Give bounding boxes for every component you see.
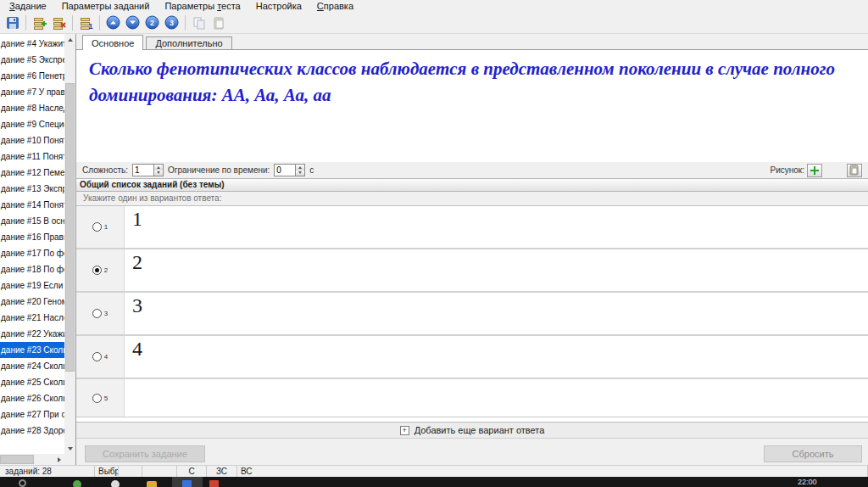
menu-item[interactable]: Параметры теста bbox=[157, 1, 248, 12]
delete-question-icon[interactable] bbox=[49, 13, 69, 32]
scrollbar-thumb[interactable] bbox=[0, 455, 34, 464]
list-item[interactable]: дание #25 Скольк bbox=[0, 374, 64, 390]
list-item[interactable]: дание #10 Понятие bbox=[0, 132, 64, 148]
answer-radio[interactable] bbox=[92, 309, 102, 318]
answer-row: 3 3 bbox=[76, 293, 868, 336]
spinner-buttons[interactable] bbox=[295, 165, 304, 176]
tab[interactable]: Дополнительно bbox=[146, 36, 231, 49]
list-item[interactable]: дание #12 Пементр bbox=[0, 165, 64, 181]
move-down-icon[interactable] bbox=[123, 13, 142, 32]
search-icon[interactable] bbox=[19, 479, 26, 487]
answer-radio[interactable] bbox=[92, 222, 102, 232]
reset-button[interactable]: Сбросить bbox=[764, 445, 862, 462]
scroll-down-icon[interactable] bbox=[64, 443, 75, 454]
svg-text:2: 2 bbox=[150, 19, 154, 27]
status-cell: заданий: 28 bbox=[0, 466, 95, 477]
status-cell: ЗС bbox=[207, 466, 237, 477]
list-item[interactable]: дание #16 Правил bbox=[0, 229, 64, 245]
list-item[interactable]: дание #24 Скольк bbox=[0, 358, 64, 374]
paste-picture-icon[interactable] bbox=[847, 164, 862, 177]
difficulty-spinner[interactable]: 1 bbox=[132, 164, 164, 176]
answer-radio-cell[interactable]: 3 bbox=[76, 293, 125, 334]
toolbar: 1 2 3 bbox=[0, 12, 868, 34]
list-item[interactable]: дание #6 Пенетра bbox=[0, 68, 64, 84]
taskbar-app-white-icon[interactable] bbox=[111, 480, 120, 487]
list-item[interactable]: дание #18 По форм bbox=[0, 261, 64, 277]
list-item[interactable]: дание #21 Наслед bbox=[0, 310, 64, 326]
tab[interactable]: Основное bbox=[82, 35, 143, 50]
list-item[interactable]: дание #19 Если ис bbox=[0, 277, 64, 294]
list-item[interactable]: дание #4 Укажите bbox=[0, 36, 64, 52]
time-limit-value[interactable]: 0 bbox=[275, 165, 295, 176]
spin-down-icon[interactable] bbox=[296, 171, 304, 176]
answer-radio-cell[interactable]: 5 bbox=[76, 379, 125, 417]
answer-radio-cell[interactable]: 2 bbox=[76, 249, 125, 291]
add-question-icon[interactable] bbox=[30, 13, 49, 32]
list-item[interactable]: дание #17 По форм bbox=[0, 245, 64, 261]
theme-header: Общий список заданий (без темы) bbox=[76, 178, 868, 192]
list-item[interactable]: дание #9 Специфи bbox=[0, 116, 64, 132]
svg-text:1: 1 bbox=[88, 22, 92, 30]
copy-icon[interactable] bbox=[189, 13, 209, 32]
list-item[interactable]: дание #20 Геном э bbox=[0, 294, 64, 310]
list-item[interactable]: дание #5 Экспресс bbox=[0, 52, 64, 68]
taskbar-app-green-icon[interactable] bbox=[73, 480, 81, 487]
list-item[interactable]: дание #26 Скольк bbox=[0, 390, 64, 406]
spinner-buttons[interactable] bbox=[153, 165, 163, 176]
answer-radio-cell[interactable]: 4 bbox=[76, 336, 125, 378]
move-up-icon[interactable] bbox=[103, 13, 123, 32]
list-item[interactable]: дание #22 Укажит bbox=[0, 326, 64, 342]
circle-3-icon[interactable]: 3 bbox=[162, 13, 181, 32]
difficulty-value[interactable]: 1 bbox=[133, 165, 153, 176]
save-task-button[interactable]: Сохранить задание bbox=[85, 445, 205, 462]
save-icon[interactable] bbox=[3, 13, 22, 32]
answer-text-editor[interactable]: 3 bbox=[125, 293, 868, 334]
add-answer-button[interactable]: + Добавить еще вариант ответа bbox=[76, 422, 868, 439]
toolbar-separator bbox=[72, 15, 73, 31]
list-item[interactable]: дание #7 У правор bbox=[0, 84, 64, 100]
status-cell bbox=[142, 466, 177, 477]
answer-number: 2 bbox=[104, 266, 108, 274]
list-item[interactable]: дание #23 Скольк bbox=[0, 342, 64, 358]
answer-radio[interactable] bbox=[92, 266, 102, 275]
list-item[interactable]: дание #27 При скр bbox=[0, 406, 64, 423]
add-answer-label: Добавить еще вариант ответа bbox=[415, 425, 545, 435]
question-editor[interactable]: Сколько фенотипических классов наблюдает… bbox=[76, 49, 868, 162]
add-picture-icon[interactable] bbox=[807, 164, 822, 177]
footer-row: Сохранить задание Сбросить bbox=[76, 439, 868, 465]
menu-item[interactable]: Параметры заданий bbox=[54, 1, 158, 12]
horizontal-scrollbar[interactable] bbox=[0, 454, 64, 465]
taskbar-app-red-icon[interactable] bbox=[209, 480, 219, 487]
answer-text-editor[interactable]: 1 bbox=[125, 206, 868, 248]
editor-panel: Основное Дополнительно Сколько фенотипич… bbox=[76, 34, 868, 465]
spin-down-icon[interactable] bbox=[154, 171, 163, 176]
list-item[interactable]: дание #14 Понятие bbox=[0, 197, 64, 213]
menu-item[interactable]: Задание bbox=[2, 1, 54, 12]
answer-prompt: Укажите один из вариантов ответа: bbox=[76, 192, 868, 205]
answer-radio[interactable] bbox=[92, 352, 102, 361]
answer-text-editor[interactable]: 4 bbox=[125, 336, 868, 378]
circle-2-icon[interactable]: 2 bbox=[142, 13, 162, 32]
renumber-icon[interactable]: 1 bbox=[76, 13, 96, 32]
list-item[interactable]: дание #15 В основ bbox=[0, 213, 64, 229]
scrollbar-thumb[interactable] bbox=[65, 83, 75, 372]
active-app-icon[interactable] bbox=[182, 480, 192, 487]
vertical-scrollbar[interactable] bbox=[64, 34, 75, 454]
scroll-right-icon[interactable] bbox=[53, 454, 64, 465]
menu-item[interactable]: Справка bbox=[309, 1, 361, 12]
list-item[interactable]: дание #8 Наследст bbox=[0, 100, 64, 116]
file-explorer-icon[interactable] bbox=[147, 481, 157, 487]
answer-row: 1 1 bbox=[76, 206, 868, 249]
list-item[interactable]: дание #28 Здоров bbox=[0, 423, 64, 439]
answer-radio[interactable] bbox=[92, 394, 102, 403]
list-item[interactable]: дание #13 Экспрес bbox=[0, 181, 64, 197]
list-item[interactable]: дание #11 Понятие bbox=[0, 148, 64, 165]
answer-text-editor[interactable]: 2 bbox=[125, 249, 868, 291]
answer-text-editor[interactable] bbox=[125, 379, 868, 417]
time-limit-spinner[interactable]: 0 bbox=[274, 164, 305, 176]
paste-icon[interactable] bbox=[209, 13, 228, 32]
scroll-up-icon[interactable] bbox=[64, 34, 75, 45]
answer-row: 2 2 bbox=[76, 249, 868, 293]
answer-radio-cell[interactable]: 1 bbox=[76, 206, 125, 248]
menu-item[interactable]: Настройка bbox=[248, 1, 309, 12]
